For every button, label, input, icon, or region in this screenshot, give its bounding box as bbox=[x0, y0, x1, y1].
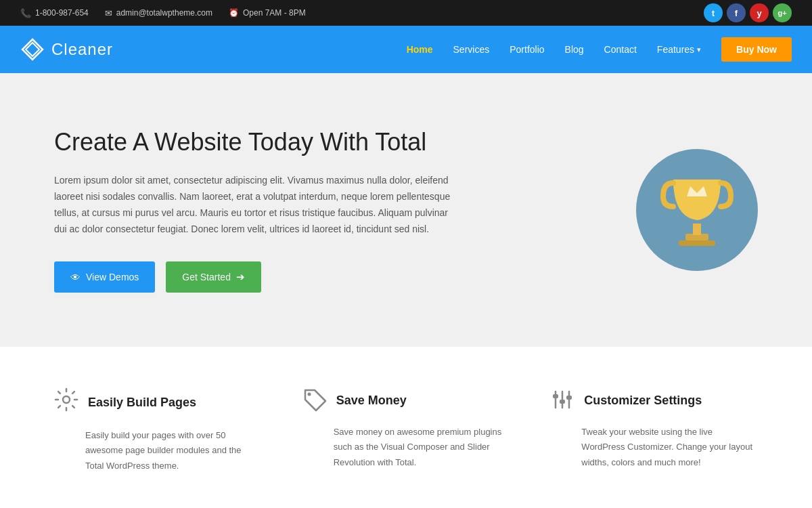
feature-text-money: Save money on awesome premium plugins su… bbox=[302, 425, 510, 469]
phone-item: 1-800-987-654 bbox=[20, 8, 89, 18]
nav-portfolio[interactable]: Portfolio bbox=[510, 41, 544, 58]
logo-icon bbox=[20, 37, 45, 62]
logo-text: Cleaner bbox=[51, 40, 113, 59]
nav-services[interactable]: Services bbox=[453, 41, 490, 58]
feature-title-customizer: Customizer Settings bbox=[584, 394, 702, 408]
arrow-right-icon: ➔ bbox=[236, 271, 245, 283]
hero-content: Create A Website Today With Total Lorem … bbox=[54, 127, 460, 293]
feature-header-money: Save Money bbox=[302, 387, 510, 414]
hero-image bbox=[636, 149, 758, 271]
buy-now-button[interactable]: Buy Now bbox=[721, 37, 792, 62]
logo[interactable]: Cleaner bbox=[20, 37, 113, 62]
facebook-icon[interactable]: f bbox=[727, 3, 746, 22]
eye-icon: 👁 bbox=[70, 272, 81, 283]
hero-title: Create A Website Today With Total bbox=[54, 127, 460, 156]
hours-item: Open 7AM - 8PM bbox=[229, 8, 306, 18]
get-started-label: Get Started bbox=[182, 272, 231, 282]
nav-contact[interactable]: Contact bbox=[604, 41, 637, 58]
features-label: Features bbox=[657, 44, 694, 55]
email-icon bbox=[105, 8, 112, 18]
feature-item-money: Save Money Save money on awesome premium… bbox=[302, 387, 510, 473]
svg-rect-11 bbox=[560, 400, 565, 404]
nav-features[interactable]: Features ▾ bbox=[657, 41, 701, 58]
view-demos-button[interactable]: 👁 View Demos bbox=[54, 261, 155, 293]
svg-rect-13 bbox=[566, 396, 572, 400]
feature-item-build: Easily Build Pages Easily build your pag… bbox=[54, 387, 262, 473]
chevron-down-icon: ▾ bbox=[697, 45, 701, 54]
svg-rect-9 bbox=[553, 394, 558, 398]
feature-title-build: Easily Build Pages bbox=[88, 396, 196, 410]
gear-icon bbox=[54, 387, 78, 417]
sliders-icon bbox=[550, 387, 574, 414]
google-icon[interactable]: g+ bbox=[773, 3, 792, 22]
yelp-icon[interactable]: y bbox=[750, 3, 769, 22]
feature-text-build: Easily build your pages with over 50 awe… bbox=[54, 428, 262, 473]
nav-blog[interactable]: Blog bbox=[565, 41, 584, 58]
clock-icon bbox=[229, 8, 239, 18]
feature-text-customizer: Tweak your website using the live WordPr… bbox=[550, 425, 758, 469]
social-icons: t f y g+ bbox=[704, 3, 792, 22]
phone-icon bbox=[20, 8, 31, 18]
twitter-icon[interactable]: t bbox=[704, 3, 723, 22]
header: Cleaner Home Services Portfolio Blog Con… bbox=[0, 26, 812, 73]
get-started-button[interactable]: Get Started ➔ bbox=[166, 261, 261, 293]
trophy-circle bbox=[636, 149, 758, 271]
view-demos-label: View Demos bbox=[86, 272, 139, 282]
svg-point-7 bbox=[307, 393, 311, 396]
svg-rect-3 bbox=[679, 240, 715, 246]
svg-point-6 bbox=[63, 396, 70, 403]
top-bar: 1-800-987-654 admin@totalwptheme.com Ope… bbox=[0, 0, 812, 26]
feature-item-customizer: Customizer Settings Tweak your website u… bbox=[550, 387, 758, 473]
hours-text: Open 7AM - 8PM bbox=[243, 8, 306, 18]
feature-header-customizer: Customizer Settings bbox=[550, 387, 758, 414]
feature-header-build: Easily Build Pages bbox=[54, 387, 262, 417]
top-bar-left: 1-800-987-654 admin@totalwptheme.com Ope… bbox=[20, 8, 306, 18]
features-section: Easily Build Pages Easily build your pag… bbox=[0, 347, 812, 508]
feature-title-money: Save Money bbox=[336, 394, 407, 408]
hero-section: Create A Website Today With Total Lorem … bbox=[0, 73, 812, 347]
trophy-icon bbox=[660, 166, 734, 254]
svg-rect-4 bbox=[693, 224, 701, 235]
hero-body: Lorem ipsum dolor sit amet, consectetur … bbox=[54, 173, 460, 237]
email-item: admin@totalwptheme.com bbox=[105, 8, 212, 18]
phone-number: 1-800-987-654 bbox=[35, 8, 89, 18]
tag-icon bbox=[302, 387, 327, 414]
main-nav: Home Services Portfolio Blog Contact Fea… bbox=[407, 37, 792, 62]
nav-home[interactable]: Home bbox=[407, 41, 433, 58]
email-address: admin@totalwptheme.com bbox=[116, 8, 212, 18]
hero-buttons: 👁 View Demos Get Started ➔ bbox=[54, 261, 460, 293]
